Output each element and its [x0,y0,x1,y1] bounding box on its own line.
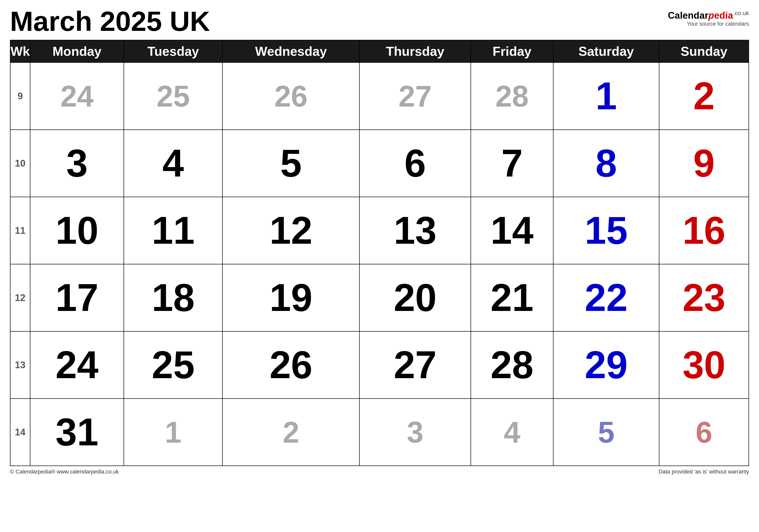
calendar-day: 2 [659,62,749,130]
calendar-day: 7 [471,130,553,197]
calendar-table: Wk Monday Tuesday Wednesday Thursday Fri… [10,40,749,466]
calendar-day: 24 [30,62,124,130]
page-header: March 2025 UK Calendarpedia.co.uk Your s… [10,8,749,35]
calendar-day: 6 [359,130,471,197]
calendar-day: 15 [553,197,659,264]
calendar-day: 6 [659,399,749,466]
footer-left: © Calendarpedia® www.calendarpedia.co.uk [10,469,119,475]
logo-block: Calendarpedia.co.uk Your source for cale… [668,8,749,27]
calendar-day: 26 [222,331,359,399]
calendar-day: 5 [222,130,359,197]
wednesday-header: Wednesday [222,40,359,62]
week-number: 14 [10,399,30,466]
calendar-day: 14 [471,197,553,264]
calendar-row: 1110111213141516 [10,197,749,264]
calendar-row: 9242526272812 [10,62,749,130]
calendar-day: 30 [659,331,749,399]
calendar-day: 5 [553,399,659,466]
tuesday-header: Tuesday [124,40,222,62]
calendar-day: 18 [124,264,222,331]
calendar-day: 10 [30,197,124,264]
sunday-header: Sunday [659,40,749,62]
saturday-header: Saturday [553,40,659,62]
calendar-day: 27 [359,331,471,399]
page-title: March 2025 UK [10,8,210,35]
calendar-day: 13 [359,197,471,264]
calendar-day: 1 [553,62,659,130]
calendar-row: 1324252627282930 [10,331,749,399]
page-footer: © Calendarpedia® www.calendarpedia.co.uk… [10,469,749,475]
monday-header: Monday [30,40,124,62]
calendar-row: 1431123456 [10,399,749,466]
calendar-day: 21 [471,264,553,331]
calendar-day: 19 [222,264,359,331]
calendar-day: 9 [659,130,749,197]
thursday-header: Thursday [359,40,471,62]
logo-tld: .co.uk [733,10,749,17]
calendar-day: 31 [30,399,124,466]
calendar-day: 12 [222,197,359,264]
calendar-day: 28 [471,62,553,130]
calendar-day: 17 [30,264,124,331]
calendar-day: 26 [222,62,359,130]
week-number: 12 [10,264,30,331]
week-number: 10 [10,130,30,197]
calendar-day: 4 [124,130,222,197]
logo-text: Calendarpedia.co.uk [668,10,749,21]
friday-header: Friday [471,40,553,62]
calendar-day: 25 [124,331,222,399]
calendar-day: 4 [471,399,553,466]
calendar-row: 103456789 [10,130,749,197]
calendar-day: 2 [222,399,359,466]
calendar-day: 16 [659,197,749,264]
calendar-day: 1 [124,399,222,466]
calendar-day: 3 [30,130,124,197]
calendar-day: 27 [359,62,471,130]
calendar-day: 22 [553,264,659,331]
calendar-day: 24 [30,331,124,399]
calendar-day: 8 [553,130,659,197]
calendar-day: 28 [471,331,553,399]
calendar-day: 11 [124,197,222,264]
calendar-day: 29 [553,331,659,399]
calendar-header-row: Wk Monday Tuesday Wednesday Thursday Fri… [10,40,749,62]
calendar-row: 1217181920212223 [10,264,749,331]
logo-tagline: Your source for calendars [668,21,749,27]
calendar-day: 25 [124,62,222,130]
week-number: 9 [10,62,30,130]
wk-col-header: Wk [10,40,30,62]
footer-right: Data provided 'as is' without warranty [659,469,749,475]
calendar-day: 3 [359,399,471,466]
calendar-day: 20 [359,264,471,331]
week-number: 11 [10,197,30,264]
week-number: 13 [10,331,30,399]
calendar-day: 23 [659,264,749,331]
